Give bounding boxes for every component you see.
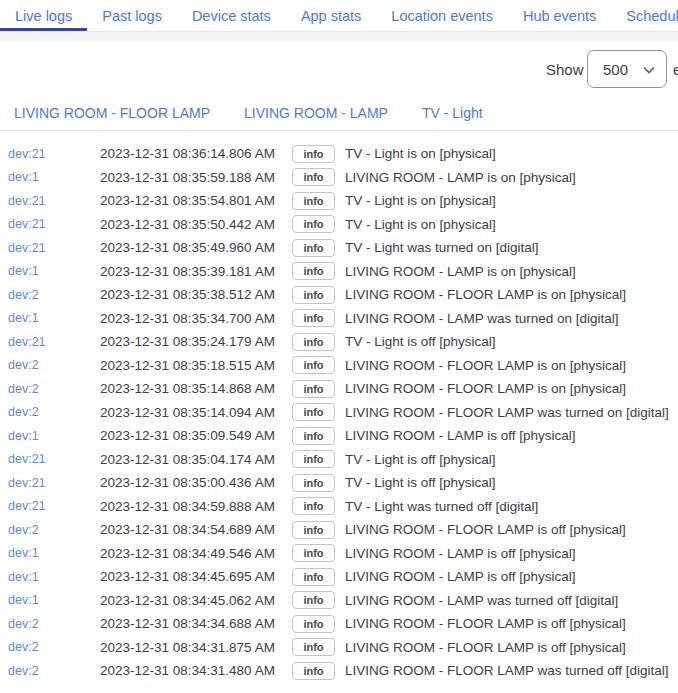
tab-live-logs[interactable]: Live logs [0, 0, 87, 31]
log-level-badge[interactable]: info [292, 544, 335, 562]
log-message: LIVING ROOM - LAMP is on [physical] [345, 264, 678, 279]
device-link[interactable]: dev:2 [8, 288, 100, 302]
log-level-badge[interactable]: info [292, 497, 335, 515]
log-row: dev:1 2023-12-31 08:34:49.546 AM info LI… [0, 542, 678, 566]
log-row: dev:2 2023-12-31 08:34:54.689 AM info LI… [0, 518, 678, 542]
log-level-badge[interactable]: info [292, 168, 335, 186]
device-link[interactable]: dev:21 [8, 194, 100, 208]
device-link[interactable]: dev:1 [8, 170, 100, 184]
device-filter-links: LIVING ROOM - FLOOR LAMPLIVING ROOM - LA… [0, 105, 678, 121]
device-link[interactable]: dev:21 [8, 217, 100, 231]
device-link[interactable]: dev:2 [8, 405, 100, 419]
log-level-badge[interactable]: info [292, 239, 335, 257]
device-link[interactable]: dev:2 [8, 664, 100, 678]
device-link[interactable]: dev:21 [8, 476, 100, 490]
log-level-badge[interactable]: info [292, 450, 335, 468]
log-row: dev:1 2023-12-31 08:35:09.549 AM info LI… [0, 424, 678, 448]
device-link[interactable]: dev:21 [8, 241, 100, 255]
log-level-badge[interactable]: info [292, 192, 335, 210]
log-timestamp: 2023-12-31 08:35:14.094 AM [100, 405, 292, 420]
device-link[interactable]: dev:21 [8, 452, 100, 466]
log-row: dev:1 2023-12-31 08:35:34.700 AM info LI… [0, 307, 678, 331]
log-level-badge[interactable]: info [292, 356, 335, 374]
log-level-badge[interactable]: info [292, 262, 335, 280]
log-level-badge[interactable]: info [292, 427, 335, 445]
log-message: TV - Light is on [physical] [345, 146, 678, 161]
tab-location-events[interactable]: Location events [376, 0, 508, 31]
log-level-badge[interactable]: info [292, 145, 335, 163]
device-filter-tv-light[interactable]: TV - Light [422, 105, 483, 121]
log-row: dev:21 2023-12-31 08:35:49.960 AM info T… [0, 236, 678, 260]
log-message: TV - Light is on [physical] [345, 193, 678, 208]
device-link[interactable]: dev:2 [8, 640, 100, 654]
log-message: LIVING ROOM - LAMP is off [physical] [345, 428, 678, 443]
log-message: TV - Light is off [physical] [345, 452, 678, 467]
log-level-badge[interactable]: info [292, 568, 335, 586]
tab-scheduled-jobs[interactable]: Scheduled jobs [611, 0, 678, 31]
log-row: dev:21 2023-12-31 08:36:14.806 AM info T… [0, 142, 678, 166]
device-link[interactable]: dev:21 [8, 499, 100, 513]
device-link[interactable]: dev:21 [8, 147, 100, 161]
log-timestamp: 2023-12-31 08:35:39.181 AM [100, 264, 292, 279]
log-timestamp: 2023-12-31 08:34:34.688 AM [100, 616, 292, 631]
log-timestamp: 2023-12-31 08:34:31.480 AM [100, 663, 292, 678]
log-row: dev:1 2023-12-31 08:34:45.062 AM info LI… [0, 589, 678, 613]
log-message: LIVING ROOM - FLOOR LAMP is off [physica… [345, 640, 678, 655]
tab-bar-shadow [0, 32, 678, 41]
log-message: LIVING ROOM - FLOOR LAMP is off [physica… [345, 522, 678, 537]
log-level-badge[interactable]: info [292, 474, 335, 492]
log-level-badge[interactable]: info [292, 638, 335, 656]
device-link[interactable]: dev:1 [8, 311, 100, 325]
log-timestamp: 2023-12-31 08:35:38.512 AM [100, 287, 292, 302]
log-row: dev:2 2023-12-31 08:34:34.688 AM info LI… [0, 612, 678, 636]
device-link[interactable]: dev:1 [8, 546, 100, 560]
log-timestamp: 2023-12-31 08:35:34.700 AM [100, 311, 292, 326]
show-label: Show [546, 61, 584, 78]
log-level-badge[interactable]: info [292, 591, 335, 609]
log-message: LIVING ROOM - LAMP was turned off [digit… [345, 593, 678, 608]
log-row: dev:21 2023-12-31 08:35:04.174 AM info T… [0, 448, 678, 472]
log-timestamp: 2023-12-31 08:35:14.868 AM [100, 381, 292, 396]
tab-past-logs[interactable]: Past logs [87, 0, 177, 31]
log-message: LIVING ROOM - FLOOR LAMP is on [physical… [345, 381, 678, 396]
device-link[interactable]: dev:21 [8, 335, 100, 349]
log-timestamp: 2023-12-31 08:35:09.549 AM [100, 428, 292, 443]
device-filter-living-room-lamp[interactable]: LIVING ROOM - LAMP [244, 105, 388, 121]
log-timestamp: 2023-12-31 08:34:31.875 AM [100, 640, 292, 655]
log-row: dev:21 2023-12-31 08:34:59.888 AM info T… [0, 495, 678, 519]
log-level-badge[interactable]: info [292, 215, 335, 233]
log-timestamp: 2023-12-31 08:35:54.801 AM [100, 193, 292, 208]
log-timestamp: 2023-12-31 08:34:45.062 AM [100, 593, 292, 608]
log-row: dev:2 2023-12-31 08:35:38.512 AM info LI… [0, 283, 678, 307]
page-size-select[interactable]: 500 [587, 50, 667, 88]
log-level-badge[interactable]: info [292, 380, 335, 398]
log-message: LIVING ROOM - FLOOR LAMP was turned on [… [345, 405, 678, 420]
log-level-badge[interactable]: info [292, 615, 335, 633]
log-message: LIVING ROOM - LAMP is off [physical] [345, 569, 678, 584]
tab-device-stats[interactable]: Device stats [177, 0, 286, 31]
device-filter-living-room-floor-lamp[interactable]: LIVING ROOM - FLOOR LAMP [14, 105, 210, 121]
log-level-badge[interactable]: info [292, 521, 335, 539]
log-timestamp: 2023-12-31 08:34:49.546 AM [100, 546, 292, 561]
log-row: dev:2 2023-12-31 08:34:31.480 AM info LI… [0, 659, 678, 683]
log-level-badge[interactable]: info [292, 403, 335, 421]
tab-hub-events[interactable]: Hub events [508, 0, 611, 31]
device-link[interactable]: dev:1 [8, 570, 100, 584]
device-link[interactable]: dev:2 [8, 358, 100, 372]
log-timestamp: 2023-12-31 08:35:59.188 AM [100, 170, 292, 185]
device-link[interactable]: dev:1 [8, 264, 100, 278]
log-level-badge[interactable]: info [292, 309, 335, 327]
log-level-badge[interactable]: info [292, 662, 335, 680]
log-level-badge[interactable]: info [292, 333, 335, 351]
device-link[interactable]: dev:1 [8, 429, 100, 443]
page-size-controls: Show 500 entries [0, 41, 678, 96]
tab-app-stats[interactable]: App stats [286, 0, 376, 31]
log-row: dev:2 2023-12-31 08:35:18.515 AM info LI… [0, 354, 678, 378]
device-link[interactable]: dev:2 [8, 523, 100, 537]
device-link[interactable]: dev:2 [8, 382, 100, 396]
log-message: LIVING ROOM - FLOOR LAMP is on [physical… [345, 358, 678, 373]
log-level-badge[interactable]: info [292, 286, 335, 304]
log-message: LIVING ROOM - FLOOR LAMP is on [physical… [345, 287, 678, 302]
device-link[interactable]: dev:2 [8, 617, 100, 631]
device-link[interactable]: dev:1 [8, 593, 100, 607]
